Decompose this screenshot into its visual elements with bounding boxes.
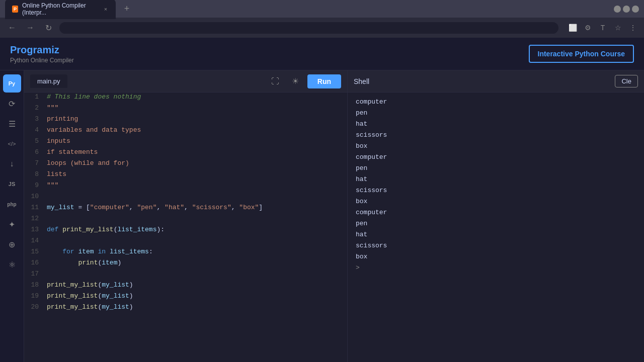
sidebar-item-code[interactable]: </> [3, 135, 21, 153]
browser-tab[interactable]: P Online Python Compiler (Interpr... × [5, 0, 116, 19]
fullscreen-button[interactable]: ⛶ [267, 73, 283, 89]
shell-output-line: box [356, 196, 636, 207]
shell-output-line: hat [356, 119, 636, 130]
logo-prefix: Program [10, 44, 51, 55]
shell-output-line: computer [356, 152, 636, 163]
code-line-5: 5 inputs [24, 137, 347, 148]
editor-area: main.py ⛶ ☀ Run 1 # This line does nothi… [24, 70, 347, 362]
bookmark-icon[interactable]: ☆ [612, 22, 624, 34]
back-button[interactable]: ← [5, 21, 19, 35]
window-controls [614, 6, 639, 13]
logo-subtitle: Python Online Compiler [10, 57, 74, 64]
shell-output-line: scissors [356, 130, 636, 141]
code-line-3: 3 printing [24, 115, 347, 126]
shell-output-line: pen [356, 108, 636, 119]
tab-favicon: P [12, 6, 18, 13]
shell-prompt: > [356, 262, 636, 274]
shell-output-line: hat [356, 229, 636, 240]
code-line-17: 17 [24, 269, 347, 281]
tab-close-button[interactable]: × [103, 6, 109, 13]
sidebar-item-js[interactable]: JS [3, 175, 21, 193]
shell-toolbar: Shell Cle [348, 70, 644, 93]
new-tab-button[interactable]: + [120, 2, 134, 16]
code-line-12: 12 [24, 214, 347, 225]
theme-button[interactable]: ☀ [287, 73, 303, 89]
sidebar-item-star[interactable]: ✦ [3, 215, 21, 233]
main-layout: Py ⟳ ☰ </> ↓ JS php ✦ ⊕ ⚛ main.py ⛶ ☀ Ru… [0, 70, 644, 362]
code-line-4: 4 variables and data types [24, 126, 347, 137]
code-editor[interactable]: 1 # This line does nothing 2 """ 3 print… [24, 93, 347, 362]
shell-output-line: hat [356, 174, 636, 185]
shell-output-line: scissors [356, 185, 636, 196]
code-line-19: 19 print_my_list(my_list) [24, 292, 347, 303]
logo-area: Programiz Python Online Compiler [10, 44, 74, 64]
code-line-14: 14 [24, 236, 347, 247]
sidebar-item-download[interactable]: ↓ [3, 155, 21, 173]
sidebar-item-php[interactable]: php [3, 195, 21, 213]
address-bar[interactable]: https://www.programiz.com/python-program… [59, 22, 558, 34]
code-line-16: 16 print(item) [24, 258, 347, 269]
maximize-button[interactable] [623, 6, 630, 13]
extensions-icon[interactable]: ⚙ [582, 22, 594, 34]
browser-titlebar: P Online Python Compiler (Interpr... × + [0, 0, 644, 18]
address-icons: ⬜ ⚙ T ☆ ⋮ [567, 22, 639, 34]
file-tab[interactable]: main.py [30, 74, 67, 88]
code-line-10: 10 [24, 192, 347, 203]
sidebar-item-list[interactable]: ☰ [3, 115, 21, 133]
reload-button[interactable]: ↻ [41, 21, 55, 35]
browser-addressbar: ← → ↻ https://www.programiz.com/python-p… [0, 18, 644, 38]
code-line-20: 20 print_my_list(my_list) [24, 303, 347, 314]
sidebar-item-react[interactable]: ⚛ [3, 255, 21, 274]
header-right: Interactive Python Course [529, 45, 634, 63]
logo-suffix: iz [51, 44, 59, 55]
shell-area: Shell Cle computer pen hat scissors box … [347, 70, 644, 362]
logo-text: Programiz [10, 44, 74, 56]
code-line-9: 9 """ [24, 181, 347, 192]
app-header: Programiz Python Online Compiler Interac… [0, 38, 644, 70]
minimize-button[interactable] [614, 6, 621, 13]
code-line-18: 18 print_my_list(my_list) [24, 281, 347, 292]
code-line-13: 13 def print_my_list(list_items): [24, 225, 347, 236]
code-line-7: 7 loops (while and for) [24, 159, 347, 170]
editor-toolbar: main.py ⛶ ☀ Run [24, 70, 347, 93]
close-button[interactable] [632, 6, 639, 13]
shell-output-line: scissors [356, 240, 636, 251]
shell-title: Shell [354, 77, 369, 85]
code-line-15: 15 for item in list_items: [24, 247, 347, 258]
tab-title: Online Python Compiler (Interpr... [22, 2, 99, 16]
code-line-11: 11 my_list = ["computer", "pen", "hat", … [24, 203, 347, 214]
code-line-2: 2 """ [24, 104, 347, 115]
shell-output-line: computer [356, 207, 636, 218]
shell-output-line: box [356, 251, 636, 262]
code-line-8: 8 lists [24, 170, 347, 181]
shell-output: computer pen hat scissors box computer p… [348, 93, 644, 362]
interactive-course-button[interactable]: Interactive Python Course [529, 45, 634, 63]
shell-output-line: computer [356, 97, 636, 108]
sidebar-item-python[interactable]: Py [3, 74, 21, 93]
code-line-6: 6 if statements [24, 148, 347, 159]
shell-output-line: pen [356, 163, 636, 174]
shell-output-line: pen [356, 218, 636, 229]
clear-button[interactable]: Cle [615, 75, 638, 87]
shell-output-line: box [356, 141, 636, 152]
translate-icon[interactable]: T [597, 22, 609, 34]
sidebar-item-git[interactable]: ⟳ [3, 95, 21, 113]
more-icon[interactable]: ⋮ [627, 22, 639, 34]
forward-button[interactable]: → [23, 21, 37, 35]
browser-chrome: P Online Python Compiler (Interpr... × +… [0, 0, 644, 38]
sidebar-item-globe[interactable]: ⊕ [3, 235, 21, 253]
code-line-1: 1 # This line does nothing [24, 93, 347, 104]
sidebar: Py ⟳ ☰ </> ↓ JS php ✦ ⊕ ⚛ [0, 70, 24, 362]
run-button[interactable]: Run [307, 74, 341, 88]
screen-share-icon[interactable]: ⬜ [567, 22, 579, 34]
